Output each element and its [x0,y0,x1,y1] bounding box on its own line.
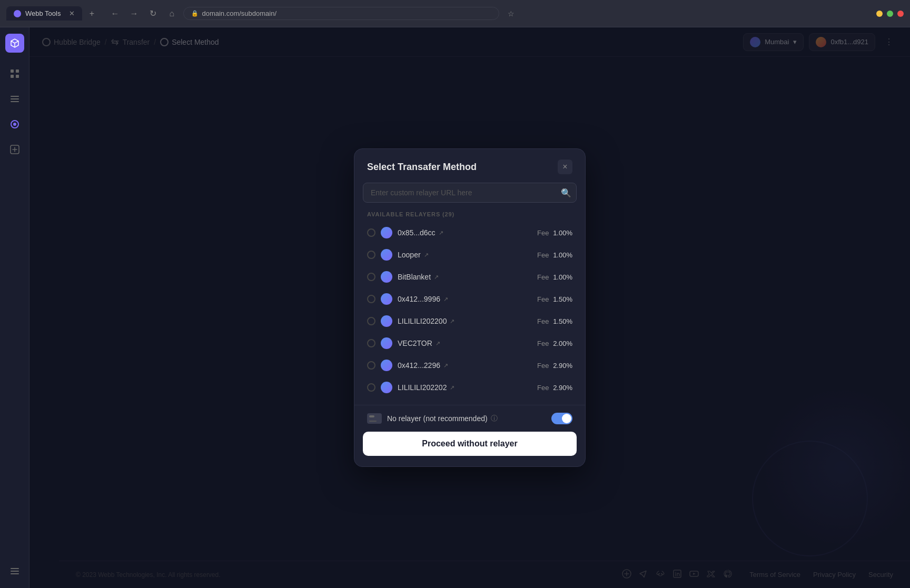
relayer-dot [381,337,392,349]
svg-rect-1 [16,69,19,73]
relayer-fee-value: 1.50% [553,317,572,325]
relayer-radio [367,383,375,392]
relayer-item[interactable]: LILILILI202202 ↗ Fee 2.90% [359,376,581,398]
relayer-fee-value: 1.00% [553,229,572,237]
modal-title: Select Transafer Method [367,162,477,173]
sidebar-item-list[interactable] [4,88,25,109]
relayer-fee: Fee 1.00% [537,229,572,237]
relayer-item[interactable]: 0x85...d6cc ↗ Fee 1.00% [359,222,581,244]
close-window-button[interactable] [897,11,904,17]
add-tab-button[interactable]: + [84,6,99,21]
browser-chrome: Webb Tools ✕ + ← → ↻ ⌂ 🔒 domain.com/subd… [0,0,910,27]
home-button[interactable]: ⌂ [164,6,179,21]
relayer-item[interactable]: VEC2TOR ↗ Fee 2.00% [359,332,581,354]
external-link-icon: ↗ [436,340,440,347]
relayer-name: 0x412...2296 ↗ [398,361,532,370]
no-relayer-icon [367,413,382,424]
url-text: domain.com/subdomain/ [202,9,276,17]
modal-search: 🔍 [363,183,577,203]
external-link-icon: ↗ [450,384,454,391]
plus-square-icon [10,145,19,154]
relayer-fee: Fee 1.50% [537,317,572,325]
browser-tab[interactable]: Webb Tools ✕ [6,6,82,21]
no-relayer-toggle[interactable] [551,413,572,424]
relayer-dot [381,227,392,238]
relayer-name: BitBlanket ↗ [398,273,532,281]
minimize-button[interactable] [876,11,883,17]
sidebar-item-plus[interactable] [4,139,25,160]
no-relayer-text: No relayer (not recommended) ⓘ [387,414,546,423]
relayer-fee: Fee 2.00% [537,340,572,347]
relayer-url-input[interactable] [363,183,577,203]
modal-header: Select Transafer Method × [354,149,585,183]
relayer-item[interactable]: BitBlanket ↗ Fee 1.00% [359,266,581,288]
relayer-name: LILILILI202200 ↗ [398,317,532,325]
relayer-fee-value: 1.00% [553,251,572,259]
external-link-icon: ↗ [434,274,439,281]
relayer-name: LILILILI202202 ↗ [398,383,532,392]
relayer-dot [381,249,392,261]
tab-title: Webb Tools [25,9,61,17]
address-bar[interactable]: 🔒 domain.com/subdomain/ [183,7,499,20]
sidebar-item-bottom-list[interactable] [4,561,25,582]
modal-overlay: Select Transafer Method × 🔍 AVAILABLE RE… [29,27,910,588]
relayer-item[interactable]: VEC3TOR ↗ Fee 3.00% [359,398,581,401]
relayer-item[interactable]: 0x412...9996 ↗ Fee 1.50% [359,288,581,310]
logo-icon [9,38,20,48]
relayer-name: VEC2TOR ↗ [398,339,532,347]
svg-rect-2 [11,75,14,78]
window-controls [876,11,904,17]
main-content: Hubble Bridge / Transfer / Select Method [29,27,910,588]
relayer-item[interactable]: 0x412...2296 ↗ Fee 2.90% [359,354,581,376]
relayer-fee: Fee 1.50% [537,295,572,303]
relayer-item[interactable]: LILILILI202200 ↗ Fee 1.50% [359,310,581,332]
relayer-fee-value: 1.00% [553,273,572,281]
relayers-label: AVAILABLE RELAYERS (29) [354,209,585,222]
relayer-dot [381,315,392,327]
relayer-dot [381,293,392,305]
bookmark-button[interactable]: ☆ [503,6,518,21]
svg-rect-4 [11,96,19,97]
bottom-list-icon [10,567,19,575]
back-button[interactable]: ← [107,6,122,21]
app-logo[interactable] [5,34,24,53]
proceed-button[interactable]: Proceed without relayer [363,432,577,456]
browser-nav: ← → ↻ ⌂ 🔒 domain.com/subdomain/ ☆ [107,6,876,21]
relayer-radio [367,295,375,303]
relayers-list: 0x85...d6cc ↗ Fee 1.00% Looper ↗ Fee 1.0… [354,222,585,401]
relayer-fee: Fee 2.90% [537,362,572,370]
relayer-name: 0x85...d6cc ↗ [398,228,532,237]
no-relayer-row: No relayer (not recommended) ⓘ [354,405,585,432]
external-link-icon: ↗ [443,296,448,303]
relayer-item[interactable]: Looper ↗ Fee 1.00% [359,244,581,266]
relayer-fee-value: 2.90% [553,362,572,370]
refresh-button[interactable]: ↻ [145,6,160,21]
relayer-name: 0x412...9996 ↗ [398,295,532,303]
relayer-fee-value: 1.50% [553,295,572,303]
svg-rect-0 [11,69,14,73]
forward-button[interactable]: → [126,6,141,21]
modal-close-button[interactable]: × [558,160,572,174]
relayer-radio [367,317,375,325]
external-link-icon: ↗ [439,230,443,236]
relayer-fee-value: 2.00% [553,340,572,347]
sidebar-item-circle[interactable] [4,114,25,135]
grid-icon [10,69,19,78]
relayer-radio [367,339,375,347]
tab-favicon [14,10,21,17]
maximize-button[interactable] [887,11,893,17]
relayer-radio [367,228,375,237]
select-transfer-modal: Select Transafer Method × 🔍 AVAILABLE RE… [354,148,586,467]
svg-point-8 [13,123,16,126]
relayer-dot [381,382,392,393]
sidebar-item-grid[interactable] [4,63,25,84]
relayer-fee: Fee 2.90% [537,384,572,392]
relayer-dot [381,271,392,283]
search-icon[interactable]: 🔍 [561,188,571,198]
svg-rect-6 [11,101,19,102]
svg-rect-3 [16,75,19,78]
info-icon[interactable]: ⓘ [491,414,498,423]
relayer-fee-value: 2.90% [553,384,572,392]
close-tab-button[interactable]: ✕ [69,9,75,17]
external-link-icon: ↗ [443,362,448,369]
